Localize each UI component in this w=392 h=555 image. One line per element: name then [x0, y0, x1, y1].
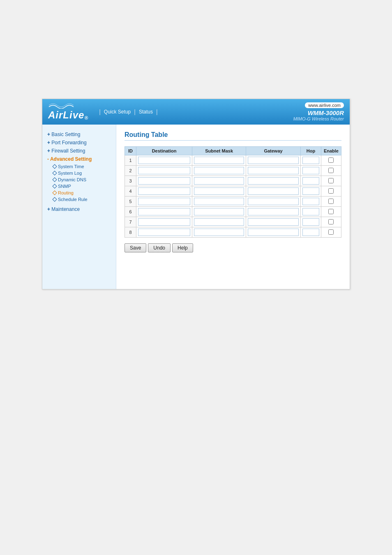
sidebar: Basic Setting Port Forwarding Firewall S…	[42, 125, 116, 289]
save-button[interactable]: Save	[125, 243, 146, 252]
row-hop	[300, 176, 321, 186]
gateway-input[interactable]	[248, 198, 299, 205]
diamond-icon	[52, 171, 57, 175]
wave-icon	[48, 103, 76, 109]
sidebar-item-port-forwarding[interactable]: Port Forwarding	[47, 139, 111, 147]
sidebar-item-maintenance[interactable]: Maintenance	[47, 205, 111, 213]
row-gateway	[246, 155, 301, 166]
row-hop	[300, 155, 321, 166]
destination-input[interactable]	[138, 208, 190, 215]
nav-status[interactable]: Status	[137, 108, 154, 116]
col-gateway: Gateway	[246, 147, 301, 155]
table-row: 7	[125, 217, 341, 227]
header: Air Live ® | Quick Setup | Status | www.…	[42, 99, 350, 125]
row-gateway	[246, 186, 301, 197]
destination-input[interactable]	[138, 157, 190, 164]
row-subnet	[192, 197, 246, 207]
row-gateway	[246, 207, 301, 217]
gateway-input[interactable]	[248, 167, 299, 174]
hop-input[interactable]	[302, 177, 319, 185]
subnet-input[interactable]	[194, 187, 244, 195]
gateway-input[interactable]	[248, 218, 299, 226]
sub-item-schedule-rule[interactable]: Schedule Rule	[53, 196, 111, 203]
content-area: Routing Table ID Destination Subnet Mask…	[116, 125, 350, 289]
col-hop: Hop	[300, 147, 321, 155]
row-id: 1	[125, 155, 136, 166]
destination-input[interactable]	[138, 218, 190, 226]
diamond-icon	[52, 190, 57, 195]
enable-checkbox[interactable]	[328, 209, 334, 214]
subnet-input[interactable]	[194, 198, 244, 205]
hop-input[interactable]	[302, 157, 319, 164]
enable-checkbox[interactable]	[328, 199, 334, 204]
destination-input[interactable]	[138, 177, 190, 185]
header-left: Air Live ® | Quick Setup | Status |	[48, 103, 158, 121]
sub-item-dynamic-dns[interactable]: Dynamic DNS	[53, 176, 111, 183]
diamond-icon	[52, 164, 57, 169]
gateway-input[interactable]	[248, 177, 299, 185]
hop-input[interactable]	[302, 218, 319, 226]
row-enable	[321, 227, 341, 238]
gateway-input[interactable]	[248, 208, 299, 215]
gateway-input[interactable]	[248, 157, 299, 164]
row-hop	[300, 227, 321, 238]
subnet-input[interactable]	[194, 167, 244, 174]
sub-item-system-time[interactable]: System Time	[53, 163, 111, 170]
row-hop	[300, 217, 321, 227]
header-subtitle: MIMO-G Wireless Router	[293, 116, 344, 121]
row-enable	[321, 176, 341, 186]
row-hop	[300, 186, 321, 197]
subnet-input[interactable]	[194, 177, 244, 185]
diamond-icon	[52, 197, 57, 201]
enable-checkbox[interactable]	[328, 178, 334, 183]
sub-item-routing[interactable]: Routing	[53, 190, 111, 196]
destination-input[interactable]	[138, 187, 190, 195]
logo-registered: ®	[84, 115, 88, 121]
subnet-input[interactable]	[194, 218, 244, 226]
undo-button[interactable]: Undo	[148, 243, 171, 252]
enable-checkbox[interactable]	[328, 157, 334, 163]
destination-input[interactable]	[138, 167, 190, 174]
row-destination	[136, 197, 192, 207]
enable-checkbox[interactable]	[328, 229, 334, 235]
diamond-icon	[52, 184, 57, 188]
row-id: 5	[125, 197, 136, 207]
sidebar-item-firewall-setting[interactable]: Firewall Setting	[47, 147, 111, 155]
row-subnet	[192, 217, 246, 227]
gateway-input[interactable]	[248, 187, 299, 195]
table-row: 5	[125, 197, 341, 207]
row-id: 6	[125, 207, 136, 217]
main-body: Basic Setting Port Forwarding Firewall S…	[42, 125, 350, 289]
row-enable	[321, 197, 341, 207]
row-gateway	[246, 197, 301, 207]
hop-input[interactable]	[302, 198, 319, 205]
table-row: 1	[125, 155, 341, 166]
enable-checkbox[interactable]	[328, 168, 334, 173]
subnet-input[interactable]	[194, 157, 244, 164]
sub-item-snmp[interactable]: SNMP	[53, 183, 111, 190]
header-url: www.airlive.com	[305, 102, 344, 108]
row-enable	[321, 166, 341, 176]
table-row: 2	[125, 166, 341, 176]
row-hop	[300, 166, 321, 176]
subnet-input[interactable]	[194, 208, 244, 215]
hop-input[interactable]	[302, 229, 319, 236]
row-enable	[321, 155, 341, 166]
help-button[interactable]: Help	[172, 243, 193, 252]
destination-input[interactable]	[138, 198, 190, 205]
hop-input[interactable]	[302, 187, 319, 195]
row-destination	[136, 155, 192, 166]
hop-input[interactable]	[302, 208, 319, 215]
nav-quick-setup[interactable]: Quick Setup	[102, 108, 132, 116]
row-id: 8	[125, 227, 136, 238]
sidebar-item-basic-setting[interactable]: Basic Setting	[47, 130, 111, 139]
routing-table: ID Destination Subnet Mask Gateway Hop E…	[125, 146, 341, 238]
hop-input[interactable]	[302, 167, 319, 174]
sub-item-system-log[interactable]: System Log	[53, 170, 111, 176]
enable-checkbox[interactable]	[328, 219, 334, 224]
sidebar-item-advanced-setting[interactable]: Advanced Setting	[47, 155, 111, 163]
enable-checkbox[interactable]	[328, 188, 334, 194]
gateway-input[interactable]	[248, 229, 299, 236]
subnet-input[interactable]	[194, 229, 244, 236]
destination-input[interactable]	[138, 229, 190, 236]
